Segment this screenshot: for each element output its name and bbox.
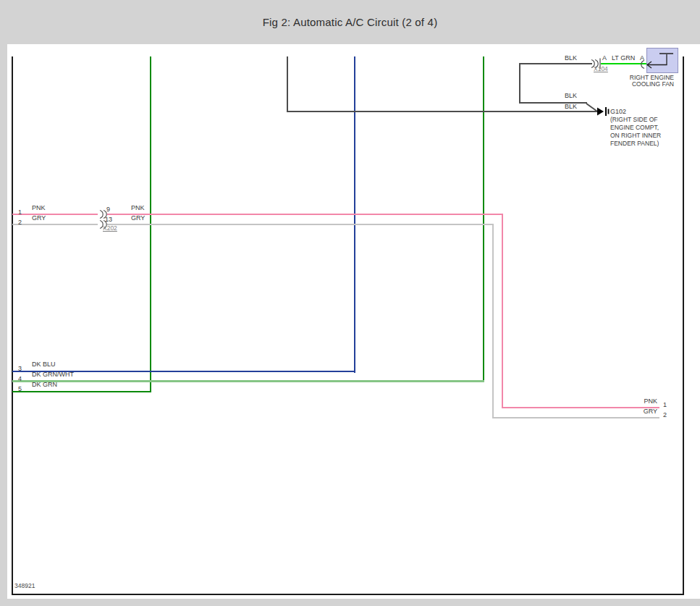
wire-pnk-horizontal [12, 214, 503, 215]
ground-location-line4: FENDER PANEL) [610, 140, 659, 147]
title-bar: Fig 2: Automatic A/C Circuit (2 of 4) [0, 0, 700, 44]
wire-gry-bottom [492, 417, 659, 418]
wire-blk-vertical [287, 56, 288, 112]
x202-connector-id[interactable]: X202 [103, 225, 117, 232]
wire-dk-grn-wht-horizontal [12, 380, 484, 382]
wire-label-dk-grn-wht: DK GRN/WHT [32, 371, 74, 378]
ground-location-line2: ENGINE COMPT, [610, 125, 659, 131]
fan-pin-label: A [640, 55, 644, 62]
wire-dk-grn-horizontal [12, 391, 151, 392]
page-title: Fig 2: Automatic A/C Circuit (2 of 4) [263, 16, 438, 28]
wire-label-pnk-end: PNK [612, 398, 657, 405]
wire-label-blk-x104: BLK [565, 55, 577, 62]
left-pin5-number: 5 [18, 386, 22, 392]
diagram-border-bottom [12, 594, 684, 595]
wire-blk-to-ground-lower [287, 111, 598, 112]
wire-label-dk-blu: DK BLU [32, 361, 56, 368]
wire-blk-to-x104 [519, 63, 592, 64]
left-pin3-number: 3 [18, 366, 22, 372]
wire-label-blk-lower: BLK [565, 104, 577, 110]
left-pin4-number: 4 [18, 376, 22, 382]
ground-location-line1: (RIGHT SIDE OF [610, 117, 658, 123]
right-engine-cooling-fan-box [646, 48, 678, 73]
wire-lt-grn-to-fan [601, 63, 646, 64]
x202-pin13-label: 13 [105, 216, 112, 223]
x202-pin9-label: 9 [106, 206, 110, 213]
diagram-border-right [683, 56, 684, 595]
wire-label-lt-grn: LT GRN [612, 55, 635, 62]
ground-id: G102 [610, 109, 626, 115]
left-pin2-number: 2 [18, 219, 22, 226]
wire-gry-vertical [492, 224, 494, 418]
wire-label-pnk-right: PNK [131, 205, 145, 211]
wire-dk-grn-wht-vertical [483, 56, 484, 382]
diagram-border-left [12, 56, 13, 595]
left-pin1-number: 1 [18, 209, 22, 216]
wire-label-gry-left: GRY [32, 215, 46, 222]
right-pin2-number: 2 [663, 412, 667, 418]
wire-pnk-vertical [502, 214, 503, 408]
ground-location-line3: ON RIGHT INNER [610, 132, 661, 139]
wire-label-gry-end: GRY [612, 408, 657, 415]
wire-label-blk-upper: BLK [565, 93, 577, 99]
wire-blk-drop [519, 63, 520, 104]
fan-name-line2: COOLING FAN [610, 81, 674, 88]
x104-connector-id[interactable]: X104 [594, 66, 608, 72]
wire-label-gry-right: GRY [131, 215, 145, 222]
wiring-diagram-page: Fig 2: Automatic A/C Circuit (2 of 4) [0, 0, 700, 606]
wire-gry-horizontal [12, 224, 494, 225]
document-number: 348921 [14, 582, 35, 589]
wire-label-pnk-left: PNK [32, 205, 46, 211]
wire-label-dk-grn: DK GRN [32, 382, 57, 388]
right-pin1-number: 1 [663, 402, 667, 408]
x104-pin-label: A [602, 55, 607, 62]
